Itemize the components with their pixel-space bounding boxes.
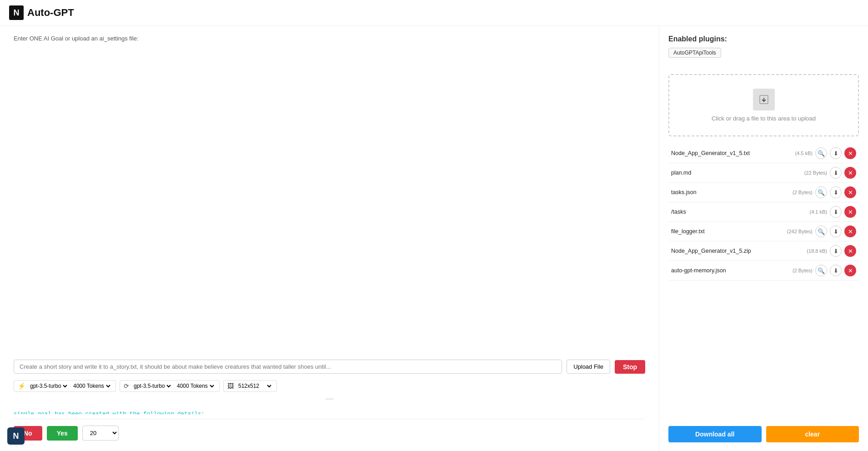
file-size: (2 Bytes) xyxy=(793,268,813,273)
file-delete-button[interactable]: ✕ xyxy=(844,186,856,198)
stop-button[interactable]: Stop xyxy=(615,360,645,374)
file-delete-button[interactable]: ✕ xyxy=(844,245,856,257)
file-delete-button[interactable]: ✕ xyxy=(844,265,856,276)
model-row: ⚡ gpt-3.5-turbo gpt-4 4000 Tokens 2000 T… xyxy=(14,380,645,392)
bottom-logo-icon: N xyxy=(7,427,25,445)
file-item: Node_App_Generator_v1_5.zip(18.8 kB)⬇✕ xyxy=(668,241,859,261)
file-size: (22 Bytes) xyxy=(804,170,827,175)
clear-button[interactable]: clear xyxy=(766,426,859,442)
file-download-button[interactable]: ⬇ xyxy=(830,245,842,257)
goal-label: Enter ONE AI Goal or upload an ai_settin… xyxy=(14,35,645,357)
app-header: N Auto-GPT xyxy=(0,0,868,26)
file-search-button[interactable]: 🔍 xyxy=(815,147,827,159)
toolbar: Upload File Stop xyxy=(14,360,645,374)
upload-text: Click or drag a file to this area to upl… xyxy=(712,115,816,122)
image-size-select[interactable]: 512x512 256x256 1024x1024 xyxy=(236,382,273,390)
file-name: Node_App_Generator_v1_5.txt xyxy=(671,150,792,156)
console-output: single goal has been created with the fo… xyxy=(14,405,645,414)
app-logo: N xyxy=(9,5,24,20)
file-item: tasks.json(2 Bytes)🔍⬇✕ xyxy=(668,183,859,202)
file-download-button[interactable]: ⬇ xyxy=(830,167,842,179)
upload-area[interactable]: Click or drag a file to this area to upl… xyxy=(668,74,859,136)
file-item: Node_App_Generator_v1_5.txt(4.5 kB)🔍⬇✕ xyxy=(668,144,859,163)
bottom-bar: No Yes 20 10 5 1 xyxy=(14,419,645,442)
model-select-2[interactable]: gpt-3.5-turbo gpt-4 xyxy=(132,382,172,390)
divider: — xyxy=(14,394,645,403)
file-delete-button[interactable]: ✕ xyxy=(844,226,856,237)
plugin-badge: AutoGPTApiTools xyxy=(668,48,721,58)
file-size: (2 Bytes) xyxy=(793,190,813,195)
file-name: /tasks xyxy=(671,209,807,215)
file-item: /tasks(4.1 kB)⬇✕ xyxy=(668,202,859,222)
file-item: file_logger.txt(242 Bytes)🔍⬇✕ xyxy=(668,222,859,241)
file-download-button[interactable]: ⬇ xyxy=(830,206,842,218)
app-title: Auto-GPT xyxy=(27,7,74,19)
model-group-3: 🖼 512x512 256x256 1024x1024 xyxy=(223,380,277,392)
plugins-section: Enabled plugins: AutoGPTApiTools xyxy=(668,35,859,58)
model-group-2: ⟳ gpt-3.5-turbo gpt-4 4000 Tokens 2000 T… xyxy=(120,380,220,392)
file-name: plan.md xyxy=(671,170,802,176)
file-delete-button[interactable]: ✕ xyxy=(844,206,856,218)
refresh-icon: ⟳ xyxy=(124,382,129,390)
left-panel: Enter ONE AI Goal or upload an ai_settin… xyxy=(0,26,659,451)
file-name: file_logger.txt xyxy=(671,228,784,235)
file-size: (4.5 kB) xyxy=(795,150,813,156)
file-item: plan.md(22 Bytes)⬇✕ xyxy=(668,163,859,183)
right-panel: Enabled plugins: AutoGPTApiTools Click o… xyxy=(659,26,868,451)
file-item: auto-gpt-memory.json(2 Bytes)🔍⬇✕ xyxy=(668,261,859,281)
plugins-title: Enabled plugins: xyxy=(668,35,859,43)
file-search-button[interactable]: 🔍 xyxy=(815,186,827,198)
file-name: tasks.json xyxy=(671,189,790,195)
file-search-button[interactable]: 🔍 xyxy=(815,265,827,276)
upload-file-button[interactable]: Upload File xyxy=(567,360,610,374)
main-layout: Enter ONE AI Goal or upload an ai_settin… xyxy=(0,26,868,451)
file-search-button[interactable]: 🔍 xyxy=(815,226,827,237)
image-icon: 🖼 xyxy=(227,382,234,390)
action-bar: Download all clear xyxy=(668,426,859,442)
continuous-count-select[interactable]: 20 10 5 1 xyxy=(82,426,119,441)
goal-input[interactable] xyxy=(14,360,562,374)
file-download-button[interactable]: ⬇ xyxy=(830,265,842,276)
console-line: single goal has been created with the fo… xyxy=(14,410,645,414)
file-download-button[interactable]: ⬇ xyxy=(830,147,842,159)
file-name: Node_App_Generator_v1_5.zip xyxy=(671,248,804,254)
yes-button[interactable]: Yes xyxy=(47,426,78,441)
model-group-1: ⚡ gpt-3.5-turbo gpt-4 4000 Tokens 2000 T… xyxy=(14,380,116,392)
file-download-button[interactable]: ⬇ xyxy=(830,186,842,198)
download-all-button[interactable]: Download all xyxy=(668,426,762,442)
file-download-button[interactable]: ⬇ xyxy=(830,226,842,237)
file-name: auto-gpt-memory.json xyxy=(671,267,790,274)
file-size: (18.8 kB) xyxy=(807,248,827,254)
tokens-select-1[interactable]: 4000 Tokens 2000 Tokens xyxy=(71,382,112,390)
file-delete-button[interactable]: ✕ xyxy=(844,147,856,159)
lightning-icon: ⚡ xyxy=(18,382,25,390)
file-size: (242 Bytes) xyxy=(787,229,813,234)
tokens-select-2[interactable]: 4000 Tokens 2000 Tokens xyxy=(175,382,216,390)
model-select-1[interactable]: gpt-3.5-turbo gpt-4 xyxy=(28,382,69,390)
file-delete-button[interactable]: ✕ xyxy=(844,167,856,179)
file-size: (4.1 kB) xyxy=(809,209,827,215)
upload-icon xyxy=(753,89,775,110)
file-list: Node_App_Generator_v1_5.txt(4.5 kB)🔍⬇✕pl… xyxy=(668,144,859,420)
